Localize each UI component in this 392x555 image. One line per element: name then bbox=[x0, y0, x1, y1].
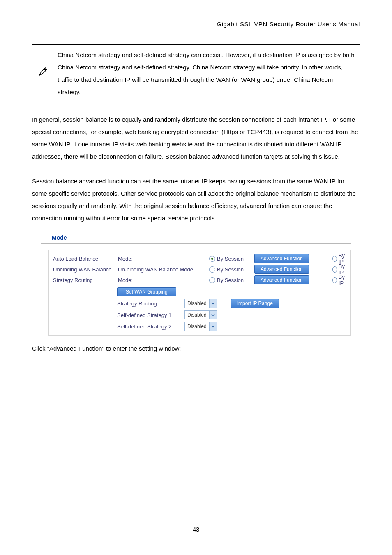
page-number: - 43 - bbox=[189, 526, 203, 533]
radio-by-ip-1[interactable] bbox=[332, 266, 337, 273]
radio-by-session-1[interactable] bbox=[209, 266, 215, 273]
header-rule bbox=[32, 32, 360, 32]
advanced-function-button-2[interactable]: Advanced Function bbox=[254, 275, 309, 284]
writing-hand-icon bbox=[38, 67, 48, 79]
advanced-function-button-1[interactable]: Advanced Function bbox=[254, 265, 309, 274]
import-ip-range-button[interactable]: Import IP Range bbox=[231, 299, 279, 308]
mode-panel: Auto Load Balance Mode: By Session Advan… bbox=[48, 250, 351, 336]
radio-by-session-0[interactable] bbox=[209, 256, 215, 262]
chevron-down-icon bbox=[209, 322, 217, 331]
footer-rule bbox=[32, 523, 360, 523]
note-text: China Netcom strategy and self-defined s… bbox=[54, 45, 360, 101]
radio-by-ip-0[interactable] bbox=[332, 256, 337, 262]
dropdown-strategy-routing[interactable]: Disabled bbox=[184, 299, 217, 308]
mode-row-label: Strategy Routing bbox=[52, 277, 118, 283]
dropdown-value: Disabled bbox=[185, 312, 209, 318]
radio-by-ip-2-label: By IP bbox=[339, 274, 347, 286]
sub-label-self-def-2: Self-defined Strategy 2 bbox=[117, 324, 181, 330]
mode-row-strategy-routing: Strategy Routing Mode: By Session Advanc… bbox=[52, 275, 347, 285]
mode-row-desc: Mode: bbox=[118, 277, 209, 283]
paragraph-2: Session balance advanced function can se… bbox=[32, 175, 360, 224]
paragraph-1: In general, session balance is to equall… bbox=[32, 113, 360, 163]
chevron-down-icon bbox=[209, 299, 217, 308]
mode-row-desc: Un-binding WAN Balance Mode: bbox=[118, 266, 209, 273]
page-header-title: Gigabit SSL VPN Security Router User's M… bbox=[32, 21, 360, 28]
dropdown-value: Disabled bbox=[185, 301, 209, 306]
sub-label-strategy-routing: Strategy Routing bbox=[117, 301, 181, 307]
radio-by-session-1-label: By Session bbox=[217, 266, 244, 273]
dropdown-self-def-1[interactable]: Disabled bbox=[184, 310, 217, 319]
radio-by-session-0-label: By Session bbox=[217, 256, 244, 262]
sub-label-self-def-1: Self-defined Strategy 1 bbox=[117, 312, 181, 318]
mode-row-unbinding-wan: Unbinding WAN Balance Un-binding WAN Bal… bbox=[52, 264, 347, 275]
page-footer: - 43 - bbox=[32, 520, 360, 533]
mode-heading: Mode bbox=[41, 233, 351, 244]
note-icon-cell bbox=[32, 45, 54, 101]
mode-row-desc: Mode: bbox=[118, 256, 209, 262]
dropdown-self-def-2[interactable]: Disabled bbox=[184, 322, 217, 331]
note-box: China Netcom strategy and self-defined s… bbox=[32, 44, 360, 101]
mode-row-label: Auto Load Balance bbox=[52, 256, 118, 262]
after-panel-text: Click "Advanced Function" to enter the s… bbox=[32, 345, 360, 352]
advanced-function-button-0[interactable]: Advanced Function bbox=[254, 254, 309, 263]
mode-row-auto-load-balance: Auto Load Balance Mode: By Session Advan… bbox=[52, 253, 347, 264]
mode-row-label: Unbinding WAN Balance bbox=[52, 266, 118, 273]
radio-by-ip-2[interactable] bbox=[332, 277, 337, 283]
radio-by-session-2-label: By Session bbox=[217, 277, 244, 283]
radio-by-session-2[interactable] bbox=[209, 277, 215, 283]
chevron-down-icon bbox=[209, 311, 217, 319]
dropdown-value: Disabled bbox=[185, 324, 209, 329]
set-wan-grouping-button[interactable]: Set WAN Grouping bbox=[117, 287, 176, 296]
strategy-routing-subarea: Set WAN Grouping Strategy Routing Disabl… bbox=[117, 286, 347, 332]
